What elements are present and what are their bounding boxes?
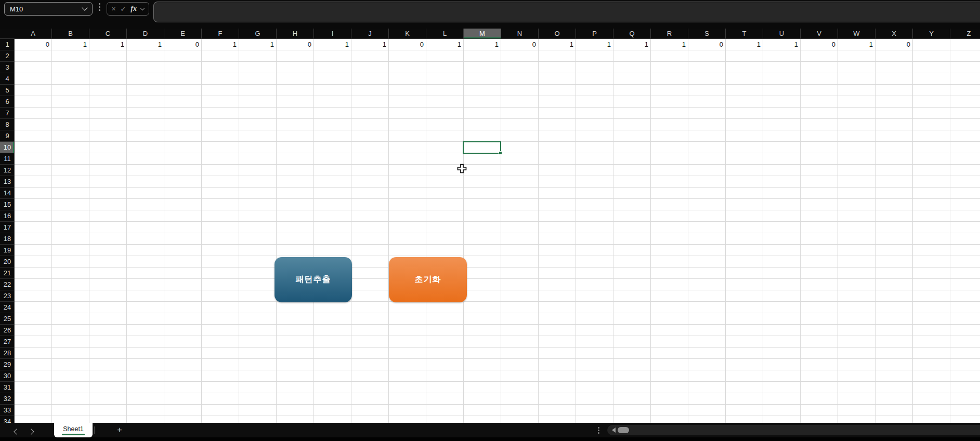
column-header-E[interactable]: E <box>164 29 202 39</box>
cell-H1[interactable]: 0 <box>277 39 314 50</box>
cell-O1[interactable]: 1 <box>539 39 576 50</box>
row-header-11[interactable]: 11 <box>0 153 15 165</box>
column-header-V[interactable]: V <box>801 29 838 39</box>
cancel-icon[interactable]: × <box>111 5 115 12</box>
row-header-19[interactable]: 19 <box>0 245 15 256</box>
row-header-34[interactable]: 34 <box>0 416 15 423</box>
column-header-I[interactable]: I <box>314 29 351 39</box>
row-header-32[interactable]: 32 <box>0 393 15 405</box>
column-header-O[interactable]: O <box>539 29 576 39</box>
row-header-15[interactable]: 15 <box>0 199 15 210</box>
cell-E1[interactable]: 0 <box>164 39 202 50</box>
column-header-B[interactable]: B <box>52 29 89 39</box>
name-box[interactable]: M10 <box>4 2 93 16</box>
cell-L1[interactable]: 1 <box>426 39 464 50</box>
row-header-27[interactable]: 27 <box>0 336 15 348</box>
chevron-down-icon[interactable] <box>82 5 87 10</box>
column-header-J[interactable]: J <box>351 29 389 39</box>
row-header-7[interactable]: 7 <box>0 108 15 119</box>
row-header-16[interactable]: 16 <box>0 210 15 222</box>
row-header-1[interactable]: 1 <box>0 39 15 50</box>
cell-K1[interactable]: 0 <box>389 39 426 50</box>
row-header-26[interactable]: 26 <box>0 325 15 336</box>
column-header-F[interactable]: F <box>202 29 239 39</box>
add-sheet-button[interactable]: + <box>115 424 124 436</box>
row-header-33[interactable]: 33 <box>0 405 15 416</box>
cell-J1[interactable]: 1 <box>351 39 389 50</box>
column-header-T[interactable]: T <box>726 29 763 39</box>
cell-F1[interactable]: 1 <box>202 39 239 50</box>
fill-handle[interactable] <box>499 151 502 155</box>
cell-N1[interactable]: 0 <box>501 39 539 50</box>
row-header-4[interactable]: 4 <box>0 73 15 85</box>
cell-Q1[interactable]: 1 <box>613 39 651 50</box>
column-header-N[interactable]: N <box>501 29 539 39</box>
formula-bar-input[interactable] <box>153 2 980 22</box>
column-header-K[interactable]: K <box>389 29 426 39</box>
cell-C1[interactable]: 1 <box>89 39 127 50</box>
column-header-A[interactable]: A <box>15 29 52 39</box>
chevron-down-icon[interactable] <box>140 6 145 10</box>
horizontal-scrollbar[interactable] <box>607 425 980 435</box>
row-header-24[interactable]: 24 <box>0 302 15 313</box>
row-header-3[interactable]: 3 <box>0 62 15 73</box>
column-header-C[interactable]: C <box>89 29 127 39</box>
sheet-tab-sheet1[interactable]: Sheet1 <box>54 423 93 437</box>
column-header-S[interactable]: S <box>688 29 726 39</box>
row-header-13[interactable]: 13 <box>0 176 15 188</box>
cell-D1[interactable]: 1 <box>127 39 164 50</box>
cell-T1[interactable]: 1 <box>726 39 763 50</box>
column-header-G[interactable]: G <box>239 29 277 39</box>
row-header-14[interactable]: 14 <box>0 188 15 199</box>
row-header-31[interactable]: 31 <box>0 382 15 393</box>
column-header-Q[interactable]: Q <box>613 29 651 39</box>
column-header-M[interactable]: M <box>464 29 501 39</box>
row-header-30[interactable]: 30 <box>0 370 15 382</box>
prev-sheet-button[interactable] <box>12 426 21 434</box>
column-header-Y[interactable]: Y <box>913 29 950 39</box>
cell-R1[interactable]: 1 <box>651 39 688 50</box>
scrollbar-splitter-dots-icon[interactable] <box>598 430 599 431</box>
cell-X1[interactable]: 0 <box>876 39 913 50</box>
cell-S1[interactable]: 0 <box>688 39 726 50</box>
row-header-8[interactable]: 8 <box>0 119 15 130</box>
column-header-H[interactable]: H <box>277 29 314 39</box>
column-header-L[interactable]: L <box>426 29 464 39</box>
row-header-2[interactable]: 2 <box>0 50 15 62</box>
row-header-29[interactable]: 29 <box>0 359 15 370</box>
scroll-left-arrow-icon[interactable] <box>612 427 616 433</box>
row-header-9[interactable]: 9 <box>0 130 15 142</box>
column-header-P[interactable]: P <box>576 29 613 39</box>
column-header-U[interactable]: U <box>763 29 801 39</box>
column-header-W[interactable]: W <box>838 29 876 39</box>
insert-function-icon[interactable]: fx <box>130 5 137 12</box>
row-header-23[interactable]: 23 <box>0 290 15 302</box>
row-header-21[interactable]: 21 <box>0 268 15 279</box>
cell-G1[interactable]: 1 <box>239 39 277 50</box>
row-header-17[interactable]: 17 <box>0 222 15 233</box>
cell-I1[interactable]: 1 <box>314 39 351 50</box>
enter-icon[interactable]: ✓ <box>120 5 126 12</box>
cells-area[interactable]: 011101101101101111011010 <box>15 39 980 423</box>
row-header-28[interactable]: 28 <box>0 348 15 359</box>
row-header-20[interactable]: 20 <box>0 256 15 268</box>
next-sheet-button[interactable] <box>29 426 37 434</box>
cell-A1[interactable]: 0 <box>15 39 52 50</box>
cell-B1[interactable]: 1 <box>52 39 89 50</box>
row-header-5[interactable]: 5 <box>0 85 15 96</box>
cell-U1[interactable]: 1 <box>763 39 801 50</box>
cell-P1[interactable]: 1 <box>576 39 613 50</box>
cell-V1[interactable]: 0 <box>801 39 838 50</box>
cell-M1[interactable]: 1 <box>464 39 501 50</box>
cell-W1[interactable]: 1 <box>838 39 876 50</box>
row-header-22[interactable]: 22 <box>0 279 15 290</box>
row-header-18[interactable]: 18 <box>0 233 15 245</box>
column-header-X[interactable]: X <box>876 29 913 39</box>
column-header-D[interactable]: D <box>127 29 164 39</box>
row-header-10[interactable]: 10 <box>0 142 15 153</box>
pattern-extract-button[interactable]: 패턴추출 <box>275 257 352 302</box>
row-header-12[interactable]: 12 <box>0 165 15 176</box>
reset-button[interactable]: 초기화 <box>389 257 467 302</box>
scrollbar-thumb[interactable] <box>618 427 629 433</box>
row-header-25[interactable]: 25 <box>0 313 15 325</box>
